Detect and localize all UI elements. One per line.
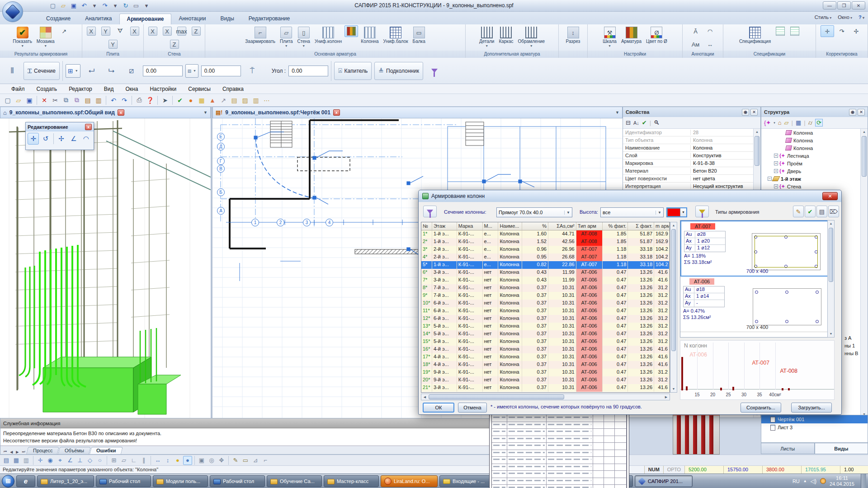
page-icon[interactable]: ▤ bbox=[2, 456, 11, 465]
marker-yellow-icon[interactable]: ● bbox=[173, 456, 182, 465]
pin-icon[interactable]: ⍑ bbox=[244, 63, 261, 79]
offset-y-field[interactable]: 0.00 bbox=[201, 66, 241, 76]
dim-a-button[interactable] bbox=[689, 25, 703, 37]
save-icon[interactable]: ▣ bbox=[24, 95, 34, 105]
filter-type-icon[interactable]: {✦ bbox=[764, 119, 771, 126]
details-button[interactable]: Детали▼ bbox=[477, 25, 496, 49]
wall-z2-button[interactable] bbox=[168, 38, 181, 50]
table-row[interactable]: 18*4-й э...К-91-...нетКолонна0.3710.31АТ… bbox=[421, 361, 670, 369]
volume-icon[interactable]: ◁) bbox=[811, 478, 816, 484]
layers-icon[interactable]: ▥ bbox=[22, 456, 31, 465]
dim-icon[interactable]: ↕ bbox=[163, 456, 172, 465]
tree-item-Колонна[interactable]: Колонна bbox=[761, 144, 860, 152]
3d-view-menu-icon[interactable]: ▼ bbox=[203, 110, 208, 115]
nav-first-icon[interactable]: ⏮ bbox=[2, 450, 8, 454]
color-swatch-combo[interactable]: ▼ bbox=[666, 207, 687, 217]
copy-base-icon[interactable]: ⧉ bbox=[72, 95, 82, 105]
window-menu[interactable]: Окно bbox=[838, 14, 852, 20]
start-button[interactable]: ⊞ bbox=[2, 475, 14, 488]
column-header-М...[interactable]: М... bbox=[483, 222, 499, 230]
table-vertical-scrollbar[interactable]: ▲▼ bbox=[670, 222, 677, 393]
beam-button[interactable]: Балка bbox=[411, 25, 427, 45]
property-value[interactable]: Колонна bbox=[691, 145, 753, 150]
tree-item-Проём[interactable]: +{✦Проём bbox=[761, 160, 860, 167]
ribbon-tab-Аннотации[interactable]: Аннотации bbox=[171, 14, 213, 24]
3d-view[interactable]: ⌂ 9_колонны_выполнено.spf:Общий вид x ▼ bbox=[0, 107, 212, 418]
funnel-icon[interactable] bbox=[426, 63, 443, 79]
list-icon[interactable]: ▤ bbox=[229, 95, 239, 105]
drawing-view-menu-icon[interactable]: ▼ bbox=[615, 110, 619, 115]
arc-tool-icon[interactable]: ◠ bbox=[80, 133, 92, 145]
filter-section-button[interactable] bbox=[423, 206, 437, 217]
menu-Вид[interactable]: Вид bbox=[99, 85, 119, 93]
mosaic-button[interactable]: Мозаика▼ bbox=[35, 25, 57, 49]
tree-expander-icon[interactable]: + bbox=[774, 154, 778, 158]
capital-button[interactable]: ⍓Капитель bbox=[334, 62, 372, 80]
ribbon-tab-Виды[interactable]: Виды bbox=[213, 14, 241, 24]
slab-y2-button[interactable] bbox=[106, 38, 120, 50]
snap-perp-icon[interactable]: ⊥ bbox=[75, 456, 85, 465]
insert-mode-combo[interactable]: ⊞▼ bbox=[66, 64, 80, 78]
cut-icon[interactable]: ✂ bbox=[50, 95, 60, 105]
view-list-item[interactable]: Чертёж 001 bbox=[761, 415, 868, 423]
property-value[interactable]: Колонна bbox=[691, 137, 753, 143]
context-help-icon[interactable]: ➤ bbox=[160, 95, 170, 105]
move-cross-button[interactable] bbox=[821, 25, 834, 37]
drawing-view-close-icon[interactable]: x bbox=[333, 109, 340, 116]
specification-button[interactable]: Спецификация bbox=[737, 25, 773, 45]
offset-icon[interactable]: ⧄ bbox=[123, 63, 140, 79]
info-tab-Ошибки[interactable]: Ошибки bbox=[90, 447, 123, 454]
scale-button[interactable]: Шкала▼ bbox=[601, 25, 618, 49]
ok-button[interactable]: ОК bbox=[423, 403, 454, 413]
move-tool-icon[interactable]: ✛ bbox=[28, 133, 39, 145]
apply-icon[interactable]: ✔ bbox=[642, 119, 647, 126]
unif-beams-button[interactable]: Униф.балок bbox=[382, 25, 410, 45]
height-combo[interactable]: все▼ bbox=[600, 207, 664, 217]
table-row[interactable]: 6*3-й э...К-91-...нетКолонна0.4311.99АТ-… bbox=[421, 269, 670, 277]
plane-icon[interactable]: ▱ bbox=[119, 456, 128, 465]
column-header-Тип арм[interactable]: Тип арм bbox=[576, 222, 603, 230]
corner-icon[interactable]: ⌐ bbox=[261, 456, 270, 465]
warning-icon[interactable]: ▲ bbox=[208, 95, 217, 105]
sort-az-icon[interactable]: A↓ bbox=[633, 120, 639, 126]
edit-type-button[interactable]: ✎ bbox=[793, 206, 804, 217]
column-header-m арм,к[interactable]: m арм,к bbox=[654, 222, 670, 230]
3d-view-tab[interactable]: ⌂ 9_колонны_выполнено.spf:Общий вид x ▼ bbox=[0, 107, 211, 118]
max-button[interactable] bbox=[175, 25, 189, 37]
framing-button[interactable]: Обрамление▼ bbox=[516, 25, 547, 49]
table-row[interactable]: 9*7-й э...К-91-...нетКолонна0.3710.31АТ-… bbox=[421, 292, 670, 300]
taskbar-button-LiraLand.ru: О...[interactable]: LiraLand.ru: О... bbox=[381, 475, 438, 487]
column-header-%[interactable]: % bbox=[522, 222, 548, 230]
show-results-button[interactable]: Показать▼ bbox=[11, 25, 34, 49]
zoom-icon[interactable]: ◎ bbox=[207, 456, 216, 465]
table-row[interactable]: 7*3-й э...К-91-...нетКолонна0.4311.99АТ-… bbox=[421, 277, 670, 284]
table-row[interactable]: 16*4-й э...К-91-...нетКолонна0.3710.31АТ… bbox=[421, 346, 670, 353]
ribbon-tab-Армирование[interactable]: Армирование bbox=[119, 14, 172, 24]
grid-icon[interactable]: ⊞ bbox=[109, 456, 118, 465]
apply-type-button[interactable]: ✔ bbox=[805, 206, 816, 217]
move-point-tool-icon[interactable]: ✢ bbox=[56, 133, 67, 145]
arrow-icon[interactable]: ↗ bbox=[218, 95, 228, 105]
layer-icon[interactable]: ▱ bbox=[784, 119, 789, 126]
section-cut-button[interactable]: Разрез bbox=[564, 25, 582, 45]
unif-columns-button[interactable]: Униф.колонн bbox=[313, 25, 344, 45]
nav-prev-icon[interactable]: ◀ bbox=[9, 450, 14, 454]
info-tab-Объёмы[interactable]: Объёмы bbox=[58, 447, 91, 454]
table-row[interactable]: 19*9-й э...К-91-...нетКолонна0.3710.31АТ… bbox=[421, 369, 670, 376]
table-row[interactable]: 1*1-й э...К-91-...е...Колонна1.6044.71АТ… bbox=[421, 230, 670, 238]
wall-small-button[interactable]: Стена▼ bbox=[296, 25, 312, 49]
taskbar-clock[interactable]: 16:1124.04.2015 bbox=[830, 475, 857, 487]
cancel-button[interactable]: Отмена bbox=[458, 403, 487, 413]
close-icon[interactable]: ✕ bbox=[858, 109, 865, 116]
tab-Листы[interactable]: Листы bbox=[761, 443, 815, 454]
close-icon[interactable]: ✕ bbox=[750, 109, 758, 116]
view-icon[interactable]: ▣ bbox=[197, 456, 206, 465]
column-button[interactable]: Колонна bbox=[359, 25, 380, 45]
redo-icon[interactable]: ↷ bbox=[119, 95, 129, 105]
dim-am-button[interactable] bbox=[689, 38, 703, 50]
measure-icon[interactable]: ↔ bbox=[153, 456, 162, 465]
columns-icon[interactable]: ▥ bbox=[251, 95, 261, 105]
ribbon-tab-Редактирование[interactable]: Редактирование bbox=[241, 14, 297, 24]
delete-icon[interactable]: ✕ bbox=[39, 95, 49, 105]
types-scrollbar[interactable]: ▲▼ bbox=[827, 220, 835, 338]
